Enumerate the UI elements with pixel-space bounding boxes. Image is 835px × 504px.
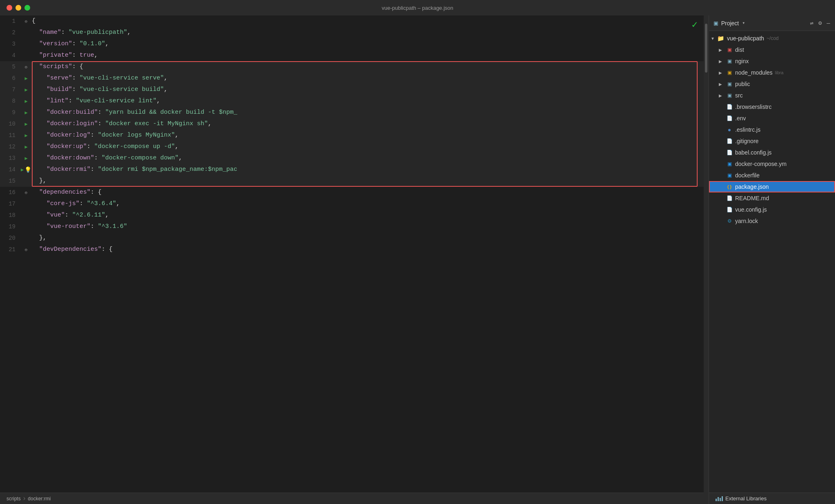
fold-icon[interactable]: ⊖ xyxy=(25,64,28,70)
file-tree[interactable]: ▼📁vue-publicpath~/cod▶▣dist▶▣nginx▶▣node… xyxy=(709,31,835,493)
filter-icon[interactable]: ⇌ xyxy=(810,20,813,27)
scrollbar-thumb[interactable] xyxy=(705,24,707,73)
run-icon[interactable]: ▶ xyxy=(24,121,27,127)
tree-item-label: nginx xyxy=(735,58,749,64)
tree-file[interactable]: 📄vue.config.js xyxy=(709,204,835,215)
file-icon: 📄 xyxy=(725,138,733,144)
code-text: }, xyxy=(32,233,46,243)
external-libraries-item[interactable]: External Libraries xyxy=(712,494,832,503)
line-number: 5 xyxy=(0,64,20,70)
code-text: "dependencies": { xyxy=(32,188,102,197)
tree-item-label: .eslintrc.js xyxy=(735,126,760,133)
run-icon[interactable]: ▶ xyxy=(24,155,27,161)
tree-item-label: babel.config.js xyxy=(735,149,772,156)
code-text: "core-js": "^3.6.4", xyxy=(32,199,120,209)
tree-folder[interactable]: ▶▣nginx xyxy=(709,55,835,67)
dropdown-icon[interactable]: ▾ xyxy=(742,20,745,26)
gutter-cell: ▶ xyxy=(20,98,32,104)
panel-bottom: External Libraries xyxy=(709,493,835,504)
folder-icon: ▣ xyxy=(725,81,733,87)
code-line: 1⊖{ xyxy=(0,15,704,27)
gutter-cell: ▶ xyxy=(20,144,32,150)
tree-item-label: .gitignore xyxy=(735,138,759,144)
breadcrumb-bar: scripts › docker:rmi xyxy=(0,493,704,504)
code-text: "vue": "^2.6.11", xyxy=(32,210,109,220)
run-icon[interactable]: ▶ xyxy=(24,75,27,82)
tree-file[interactable]: {}package.json xyxy=(709,181,835,192)
external-libraries-label: External Libraries xyxy=(725,495,767,502)
code-text: "docker:up": "docker-compose up -d", xyxy=(32,142,179,152)
line-number: 19 xyxy=(0,224,20,230)
code-line: 14▶💡 "docker:rmi": "docker rmi $npm_pack… xyxy=(0,164,704,175)
tree-file[interactable]: 📄.env xyxy=(709,113,835,124)
file-icon: 📄 xyxy=(725,104,733,110)
breadcrumb-separator: › xyxy=(22,495,27,502)
tree-item-label: README.md xyxy=(735,195,769,201)
code-text: "docker:log": "docker logs MyNginx", xyxy=(32,130,179,140)
run-icon[interactable]: ▶ xyxy=(24,144,27,150)
line-number: 1 xyxy=(0,18,20,24)
code-text: "private": true, xyxy=(32,51,98,60)
folder-icon: ▣ xyxy=(725,47,733,53)
tree-file[interactable]: ⚙yarn.lock xyxy=(709,215,835,227)
tree-file[interactable]: ▣dockerfile xyxy=(709,170,835,181)
editor[interactable]: ✓ 1⊖{2 "name": "vue-publicpath",3 "versi… xyxy=(0,15,704,504)
code-line: 2 "name": "vue-publicpath", xyxy=(0,27,704,38)
line-number: 4 xyxy=(0,53,20,58)
code-line: 19 "vue-router": "^3.1.6" xyxy=(0,221,704,232)
code-text: "version": "0.1.0", xyxy=(32,39,109,49)
tree-folder[interactable]: ▶▣public xyxy=(709,78,835,90)
gutter-cell: ▶ xyxy=(20,133,32,139)
run-icon[interactable]: ▶ xyxy=(24,98,27,104)
settings-icon[interactable]: ⚙ xyxy=(818,20,822,27)
tree-item-label: .env xyxy=(735,115,746,122)
code-line: 16⊖ "dependencies": { xyxy=(0,187,704,198)
tree-file[interactable]: 📄babel.config.js xyxy=(709,147,835,158)
fold-icon[interactable]: ⊖ xyxy=(25,190,28,195)
minimize-button[interactable] xyxy=(15,5,21,11)
minimize-panel-icon[interactable]: — xyxy=(827,20,830,27)
tree-file[interactable]: 📄README.md xyxy=(709,192,835,204)
line-number: 18 xyxy=(0,212,20,218)
main-area: ✓ 1⊖{2 "name": "vue-publicpath",3 "versi… xyxy=(0,15,835,504)
panel-header-icons: ⇌ ⚙ — xyxy=(810,20,830,27)
file-icon: {} xyxy=(725,184,733,190)
run-icon[interactable]: ▶ xyxy=(21,167,24,173)
run-icon[interactable]: ▶ xyxy=(24,133,27,139)
file-icon: ▣ xyxy=(725,172,733,178)
tree-item-label: src xyxy=(735,92,743,99)
tree-file[interactable]: 📄.gitignore xyxy=(709,135,835,147)
maximize-button[interactable] xyxy=(24,5,30,11)
tree-file[interactable]: ●.eslintrc.js xyxy=(709,124,835,135)
gutter-cell: ⊖ xyxy=(20,19,32,24)
tree-folder[interactable]: ▶▣node_moduleslibra xyxy=(709,67,835,78)
line-number: 21 xyxy=(0,247,20,252)
tree-root[interactable]: ▼📁vue-publicpath~/cod xyxy=(709,33,835,44)
tree-folder[interactable]: ▶▣dist xyxy=(709,44,835,55)
fold-icon[interactable]: ⊖ xyxy=(25,247,28,252)
tree-folder[interactable]: ▶▣src xyxy=(709,90,835,101)
code-line: 3 "version": "0.1.0", xyxy=(0,38,704,50)
project-panel: ▣ Project ▾ ⇌ ⚙ — ▼📁vue-publicpath~/cod▶… xyxy=(709,15,835,504)
tree-item-label: yarn.lock xyxy=(735,218,758,224)
run-icon[interactable]: ▶ xyxy=(24,87,27,93)
code-line: 21⊖ "devDependencies": { xyxy=(0,244,704,255)
code-text: "lint": "vue-cli-service lint", xyxy=(32,96,160,106)
panel-header: ▣ Project ▾ ⇌ ⚙ — xyxy=(709,15,835,31)
line-number: 2 xyxy=(0,30,20,35)
tree-file[interactable]: ▣docker-compose.ym xyxy=(709,158,835,170)
close-button[interactable] xyxy=(7,5,12,11)
tree-file[interactable]: 📄.browserslistrc xyxy=(709,101,835,113)
code-line: 20 }, xyxy=(0,232,704,244)
code-line: 18 "vue": "^2.6.11", xyxy=(0,210,704,221)
code-text: "vue-router": "^3.1.6" xyxy=(32,222,127,232)
fold-icon[interactable]: ⊖ xyxy=(25,19,28,24)
line-number: 17 xyxy=(0,201,20,207)
editor-scrollbar[interactable] xyxy=(704,15,709,504)
run-icon[interactable]: ▶ xyxy=(24,110,27,116)
code-line: 11▶ "docker:log": "docker logs MyNginx", xyxy=(0,130,704,141)
file-icon: ● xyxy=(725,126,733,133)
lightbulb-icon[interactable]: 💡 xyxy=(24,166,31,173)
file-icon: 📄 xyxy=(725,150,733,155)
line-number: 8 xyxy=(0,98,20,104)
